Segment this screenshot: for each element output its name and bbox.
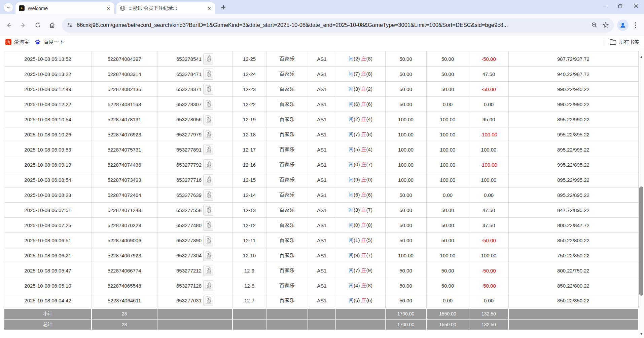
- banker-points: (7): [366, 162, 372, 167]
- video-replay-button[interactable]: [203, 235, 213, 246]
- minimize-button[interactable]: [597, 0, 612, 12]
- table-row: 2025-10-08 06:13:22 522874083314 6532784…: [4, 67, 638, 82]
- table-row: 2025-10-08 06:08:23 522874072464 6532776…: [4, 187, 638, 203]
- table-id: AS1: [308, 263, 336, 278]
- banker-points: (6): [366, 297, 372, 303]
- bet-amount-link[interactable]: 50.00: [385, 67, 426, 82]
- bet-amount-link[interactable]: 50.00: [385, 293, 426, 308]
- bookmark-aitaobao[interactable]: 淘 爱淘宝: [5, 39, 29, 45]
- subtotal-row: 小计 28 1700.00 1550.00 132.50: [4, 308, 638, 319]
- bet-amount-link[interactable]: 50.00: [385, 218, 426, 233]
- valid-amount: 100.00: [426, 248, 469, 263]
- tab-title: Welcome: [28, 6, 105, 11]
- bet-amount-link[interactable]: 50.00: [385, 51, 426, 67]
- magnifier-minus-icon: [591, 22, 598, 28]
- close-window-button[interactable]: [628, 0, 644, 12]
- tab-welcome[interactable]: ★ Welcome ✕: [15, 2, 114, 14]
- profile-button[interactable]: [617, 19, 629, 31]
- round-number: 12-17: [232, 142, 266, 157]
- bet-amount-link[interactable]: 100.00: [385, 142, 426, 157]
- chevron-down-icon: [6, 5, 10, 9]
- video-replay-button[interactable]: [203, 84, 213, 95]
- all-bookmarks[interactable]: 所有书签: [604, 39, 639, 45]
- video-replay-button[interactable]: [203, 250, 213, 261]
- maximize-button[interactable]: [612, 0, 628, 12]
- player-label: 闲: [349, 101, 354, 107]
- bet-amount-link[interactable]: 100.00: [385, 127, 426, 142]
- bet-amount-link[interactable]: 50.00: [385, 278, 426, 293]
- video-replay-button[interactable]: [203, 189, 213, 201]
- video-replay-button[interactable]: [203, 220, 213, 231]
- close-tab-icon[interactable]: ✕: [206, 5, 213, 12]
- game-type: 百家乐: [266, 112, 308, 127]
- site-info-icon[interactable]: [67, 22, 73, 28]
- video-replay-button[interactable]: [203, 265, 213, 276]
- player-label: 闲: [349, 297, 354, 303]
- banker-points: (8): [366, 222, 372, 228]
- banker-label: 庄: [361, 101, 366, 107]
- game-type: 百家乐: [266, 127, 308, 142]
- bet-time: 2025-10-08 06:12:49: [4, 82, 92, 97]
- banker-label: 庄: [361, 297, 366, 303]
- home-button[interactable]: [46, 19, 58, 31]
- url-text[interactable]: 66cxkj98.com/game/betrecord_search/kind3…: [77, 22, 586, 28]
- video-replay-button[interactable]: [203, 159, 213, 170]
- bet-amount-link[interactable]: 50.00: [385, 187, 426, 203]
- player-label: 闲: [349, 192, 354, 198]
- order-number: 522874075731: [92, 142, 157, 157]
- forward-button[interactable]: [17, 19, 29, 31]
- video-replay-button[interactable]: [203, 144, 213, 155]
- bet-amount-link[interactable]: 50.00: [385, 203, 426, 218]
- table-id: AS1: [308, 248, 336, 263]
- player-label: 闲: [349, 86, 354, 92]
- star-icon: [602, 22, 609, 29]
- scroll-up-arrow[interactable]: ▲: [639, 54, 644, 59]
- bet-amount-link[interactable]: 50.00: [385, 233, 426, 248]
- video-replay-button[interactable]: [203, 69, 213, 80]
- player-points: (3): [354, 207, 360, 213]
- scroll-down-arrow[interactable]: ▼: [639, 331, 644, 337]
- table-row: 2025-10-08 06:09:19 522874074436 6532777…: [4, 157, 638, 172]
- zoom-out-indicator[interactable]: [591, 22, 598, 28]
- video-replay-button[interactable]: [203, 174, 213, 185]
- video-replay-button[interactable]: [203, 114, 213, 125]
- balance: 895.22/995.22: [508, 172, 638, 187]
- scrollbar-thumb[interactable]: [639, 186, 643, 296]
- bookmark-star-button[interactable]: [602, 22, 609, 29]
- player-points: (4): [354, 283, 360, 288]
- forward-icon: [20, 22, 27, 29]
- video-replay-button[interactable]: [203, 129, 213, 140]
- new-tab-button[interactable]: [219, 3, 228, 12]
- address-bar[interactable]: 66cxkj98.com/game/betrecord_search/kind3…: [62, 18, 614, 33]
- video-replay-button[interactable]: [203, 295, 213, 306]
- baidu-paw-icon: [35, 39, 41, 45]
- game-type: 百家乐: [266, 157, 308, 172]
- browser-menu-button[interactable]: [631, 19, 641, 31]
- vertical-scrollbar[interactable]: ▲ ▼: [639, 48, 644, 338]
- bet-amount-link[interactable]: 100.00: [385, 157, 426, 172]
- bet-amount-link[interactable]: 50.00: [385, 97, 426, 112]
- video-replay-button[interactable]: [203, 99, 213, 110]
- bet-time: 2025-10-08 06:09:53: [4, 142, 92, 157]
- close-tab-icon[interactable]: ✕: [105, 5, 112, 12]
- bet-amount-link[interactable]: 100.00: [385, 112, 426, 127]
- game-number: 653278307: [176, 101, 202, 107]
- reload-button[interactable]: [32, 19, 43, 31]
- table-id: AS1: [308, 157, 336, 172]
- video-replay-button[interactable]: [203, 205, 213, 216]
- tab-search-button[interactable]: [4, 3, 13, 12]
- bet-amount-link[interactable]: 50.00: [385, 82, 426, 97]
- video-replay-button[interactable]: [203, 280, 213, 291]
- video-replay-button[interactable]: [203, 53, 213, 65]
- bet-amount-link[interactable]: 100.00: [385, 172, 426, 187]
- valid-amount: 50.00: [426, 82, 469, 97]
- bookmark-baidu[interactable]: 百度一下: [35, 39, 64, 45]
- game-type: 百家乐: [266, 218, 308, 233]
- tab-betrecord[interactable]: :::视讯 会员下注纪录::: ✕: [116, 2, 215, 14]
- bet-time: 2025-10-08 06:04:42: [4, 293, 92, 308]
- back-button[interactable]: [3, 19, 14, 31]
- globe-icon: [120, 5, 126, 11]
- order-number: 522874066774: [92, 263, 157, 278]
- bet-amount-link[interactable]: 50.00: [385, 263, 426, 278]
- bet-amount-link[interactable]: 100.00: [385, 248, 426, 263]
